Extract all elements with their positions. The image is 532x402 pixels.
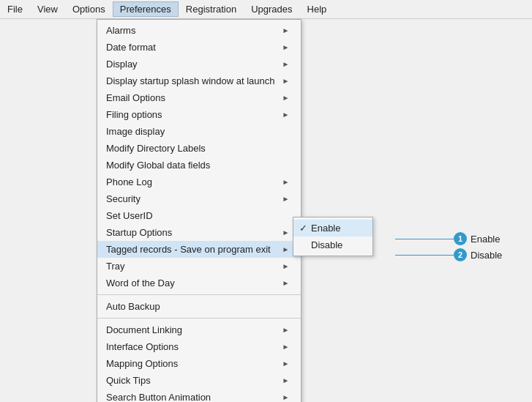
menu-item-quick-tips[interactable]: Quick Tips ► <box>97 372 301 389</box>
arrow-icon: ► <box>282 178 290 186</box>
menu-item-mapping-options[interactable]: Mapping Options ► <box>97 355 301 372</box>
arrow-icon: ► <box>282 262 290 270</box>
arrow-icon: ► <box>282 94 290 102</box>
menu-item-tagged-records[interactable]: Tagged records - Save on program exit ► <box>97 241 301 258</box>
callout-disable: 2 Disable <box>395 248 502 261</box>
menu-item-email-options[interactable]: Email Options ► <box>97 89 301 106</box>
menu-item-display[interactable]: Display ► <box>97 56 301 72</box>
arrow-icon: ► <box>282 26 290 34</box>
menu-upgrades[interactable]: Upgrades <box>244 1 299 17</box>
menu-view[interactable]: View <box>30 1 65 17</box>
menu-item-auto-backup[interactable]: Auto Backup <box>97 298 301 315</box>
menu-item-tray[interactable]: Tray ► <box>97 258 301 275</box>
arrow-icon: ► <box>282 279 290 287</box>
menu-item-word-of-day[interactable]: Word of the Day ► <box>97 275 301 291</box>
arrow-icon: ► <box>282 77 290 85</box>
checkmark-icon: ✓ <box>299 223 311 234</box>
arrow-icon: ► <box>282 111 290 119</box>
menu-preferences[interactable]: Preferences <box>113 1 179 17</box>
menu-bar: File View Options Preferences Registrati… <box>0 0 532 19</box>
arrow-icon: ► <box>282 43 290 51</box>
menu-item-image-display[interactable]: Image display <box>97 123 301 140</box>
arrow-icon: ► <box>282 360 290 368</box>
callout-enable: 1 Enable <box>395 232 500 245</box>
arrow-icon: ► <box>282 343 290 351</box>
menu-item-document-linking[interactable]: Document Linking ► <box>97 321 301 338</box>
menu-item-phone-log[interactable]: Phone Log ► <box>97 174 301 190</box>
preferences-dropdown: Alarms ► Date format ► Display ► Display… <box>97 19 301 402</box>
callout-label: Disable <box>471 250 502 261</box>
arrow-icon: ► <box>282 195 290 203</box>
menu-options[interactable]: Options <box>65 1 113 17</box>
menu-help[interactable]: Help <box>300 1 334 17</box>
menu-file[interactable]: File <box>0 1 30 17</box>
arrow-icon: ► <box>282 60 290 68</box>
callout-line <box>395 239 454 239</box>
callout-label: Enable <box>471 234 500 245</box>
menu-item-alarms[interactable]: Alarms ► <box>97 22 301 39</box>
arrow-icon: ► <box>282 326 290 334</box>
separator-2 <box>97 318 301 319</box>
menu-item-security[interactable]: Security ► <box>97 190 301 207</box>
submenu-item-disable[interactable]: Disable <box>293 237 372 253</box>
menu-item-search-button-animation[interactable]: Search Button Animation ► <box>97 389 301 402</box>
arrow-icon: ► <box>282 393 290 401</box>
submenu-item-enable[interactable]: ✓ Enable <box>293 220 372 237</box>
arrow-icon: ► <box>282 376 290 384</box>
menu-item-startup-options[interactable]: Startup Options ► <box>97 224 301 241</box>
menu-item-set-userid[interactable]: Set UserID <box>97 207 301 224</box>
menu-item-display-startup[interactable]: Display startup splash window at launch … <box>97 72 301 89</box>
menu-item-interface-options[interactable]: Interface Options ► <box>97 338 301 355</box>
separator-1 <box>97 294 301 295</box>
tagged-records-submenu: ✓ Enable Disable <box>293 217 373 256</box>
callout-number: 1 <box>454 232 467 245</box>
callout-line <box>395 255 454 256</box>
arrow-icon: ► <box>282 245 290 253</box>
menu-item-modify-global-data[interactable]: Modify Global data fields <box>97 157 301 174</box>
menu-item-modify-directory-labels[interactable]: Modify Directory Labels <box>97 140 301 157</box>
menu-item-date-format[interactable]: Date format ► <box>97 39 301 56</box>
menu-registration[interactable]: Registration <box>179 1 244 17</box>
callout-number: 2 <box>454 248 467 261</box>
arrow-icon: ► <box>282 228 290 237</box>
menu-item-filing-options[interactable]: Filing options ► <box>97 106 301 123</box>
